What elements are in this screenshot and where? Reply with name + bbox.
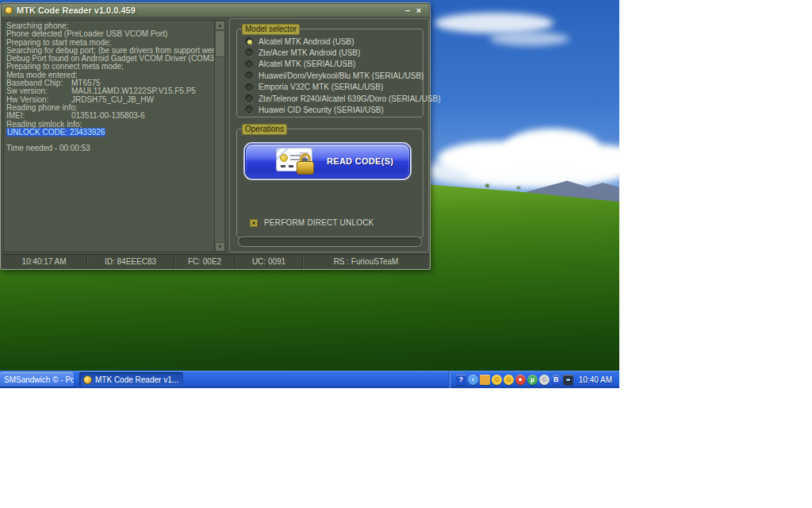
tray-icons: ?‹☺☺●µ☺B: [456, 375, 575, 385]
status-segment-5: RS : FuriouSTeaM: [303, 255, 429, 268]
scrollbar-thumb[interactable]: [215, 30, 225, 57]
taskbar-clock[interactable]: 10:40 AM: [579, 375, 612, 384]
operations-groupbox: Operations: [236, 129, 423, 238]
read-codes-button[interactable]: READ CODE(S): [245, 144, 410, 179]
bluetooth-tray-icon[interactable]: B: [551, 375, 561, 385]
taskbar-button-1[interactable]: SMSandwich © - Po...: [0, 372, 74, 387]
app-icon: [5, 6, 13, 14]
window-titlebar[interactable]: MTK Code Reader v1.0.0.459 – ×: [2, 4, 429, 17]
folder-tray-icon[interactable]: [480, 375, 490, 385]
log-line: Time needed - 00:00:53: [6, 144, 213, 152]
window-body: Searching phone;Phone detected (PreLoade…: [2, 17, 429, 254]
messenger-face-tray-icon[interactable]: ☺: [539, 375, 550, 385]
control-panel: Model selector Alcatel MTK Android (USB)…: [229, 18, 429, 252]
status-segment-4: UC: 0091: [236, 255, 303, 268]
radio-button-icon[interactable]: [245, 94, 253, 102]
status-bar: 10:40:17 AMID: 84EEEC83FC: 00E2UC: 0091R…: [2, 254, 429, 268]
taskbar: SMSandwich © - Po...MTK Code Reader v1..…: [0, 371, 619, 388]
system-tray: ?‹☺☺●µ☺B 10:40 AM: [449, 371, 619, 388]
padlock-icon: [297, 161, 314, 175]
direct-unlock-checkbox-row[interactable]: × PERFORM DIRECT UNLOCK: [250, 218, 373, 227]
log-line: UNLOCK CODE: 23433926: [6, 129, 213, 137]
radio-button-icon[interactable]: [245, 83, 253, 91]
model-selector-groupbox: Model selector Alcatel MTK Android (USB)…: [236, 29, 423, 117]
taskbar-button-2[interactable]: MTK Code Reader v1...: [79, 372, 183, 387]
smiley-tray-icon-2[interactable]: ☺: [504, 375, 514, 385]
radio-button-icon[interactable]: [245, 71, 253, 79]
log-lines: Searching phone;Phone detected (PreLoade…: [6, 22, 213, 153]
cloud: [465, 162, 607, 186]
read-codes-button-label: READ CODE(S): [327, 156, 393, 166]
radio-button-icon[interactable]: [245, 48, 253, 56]
radio-button-icon[interactable]: [245, 106, 253, 114]
cloud: [435, 13, 553, 33]
scroll-up-arrow-icon[interactable]: ▲: [215, 21, 225, 30]
distant-bush: [517, 187, 520, 189]
log-output-area: Searching phone;Phone detected (PreLoade…: [3, 20, 225, 252]
monitor-screen: [565, 378, 571, 382]
close-button[interactable]: ×: [413, 5, 424, 16]
model-option-4[interactable]: Huawei/Doro/Verykool/Blu MTK (SERIAL/USB…: [245, 70, 423, 81]
taskbar-button-label: SMSandwich © - Po...: [4, 375, 74, 384]
radio-label: Huawei/Doro/Verykool/Blu MTK (SERIAL/USB…: [259, 71, 423, 80]
model-option-6[interactable]: Zte/Telenor R240/Alcatel 639G/Doro (SERI…: [245, 93, 441, 104]
radio-button-icon[interactable]: [245, 60, 253, 68]
hide-icons-chevron-icon[interactable]: ‹: [468, 375, 478, 385]
direct-unlock-label: PERFORM DIRECT UNLOCK: [264, 218, 373, 227]
radio-label: Zte/Telenor R240/Alcatel 639G/Doro (SERI…: [259, 94, 441, 103]
scroll-down-arrow-icon[interactable]: ▼: [215, 242, 225, 252]
distant-bush: [485, 184, 489, 187]
model-option-7[interactable]: Huawei CID Security (SERIAI/USB): [245, 104, 384, 115]
smiley-tray-icon-1[interactable]: ☺: [492, 375, 502, 385]
model-option-5[interactable]: Emporia V32C MTK (SERIAL/USB): [245, 82, 383, 93]
model-option-2[interactable]: Zte/Acer MTK Android (USB): [245, 47, 360, 58]
status-segment-1: 10:40:17 AM: [2, 255, 87, 268]
radio-label: Huawei CID Security (SERIAI/USB): [259, 106, 384, 114]
model-selector-tag: Model selector: [242, 24, 300, 35]
progress-bar: [238, 237, 422, 247]
radio-label: Zte/Acer MTK Android (USB): [259, 48, 360, 57]
radio-label: Alcatel MTK Android (USB): [259, 37, 354, 46]
cloud: [490, 32, 569, 46]
mtk-code-reader-window: MTK Code Reader v1.0.0.459 – × Searching…: [0, 2, 431, 270]
app-icon: [83, 375, 92, 384]
help-question-tray-icon[interactable]: ?: [456, 375, 466, 385]
log-scrollbar[interactable]: ▲ ▼: [214, 21, 224, 252]
screenshot-stage: MTK Code Reader v1.0.0.459 – × Searching…: [0, 0, 812, 508]
window-title: MTK Code Reader v1.0.0.459: [17, 6, 402, 15]
id-card-lock-icon: [276, 146, 316, 176]
radio-button-icon[interactable]: [245, 37, 253, 45]
utorrent-tray-icon[interactable]: µ: [527, 375, 538, 385]
unlock-code-highlight: UNLOCK CODE: 23433926: [6, 128, 105, 137]
status-segment-3: FC: 00E2: [174, 255, 236, 268]
model-option-3[interactable]: Alcatel MTK (SERIAL/USB): [245, 59, 355, 70]
direct-unlock-checkbox[interactable]: ×: [250, 219, 258, 227]
antivirus-red-tray-icon[interactable]: ●: [515, 375, 526, 385]
display-monitor-tray-icon[interactable]: [563, 375, 573, 385]
radio-label: Alcatel MTK (SERIAL/USB): [259, 60, 355, 68]
minimize-button[interactable]: –: [402, 5, 413, 16]
model-option-1[interactable]: Alcatel MTK Android (USB): [245, 36, 354, 47]
radio-label: Emporia V32C MTK (SERIAL/USB): [259, 83, 383, 91]
status-segment-2: ID: 84EEEC83: [87, 255, 174, 268]
taskbar-button-label: MTK Code Reader v1...: [95, 375, 178, 384]
operations-tag: Operations: [242, 124, 287, 135]
